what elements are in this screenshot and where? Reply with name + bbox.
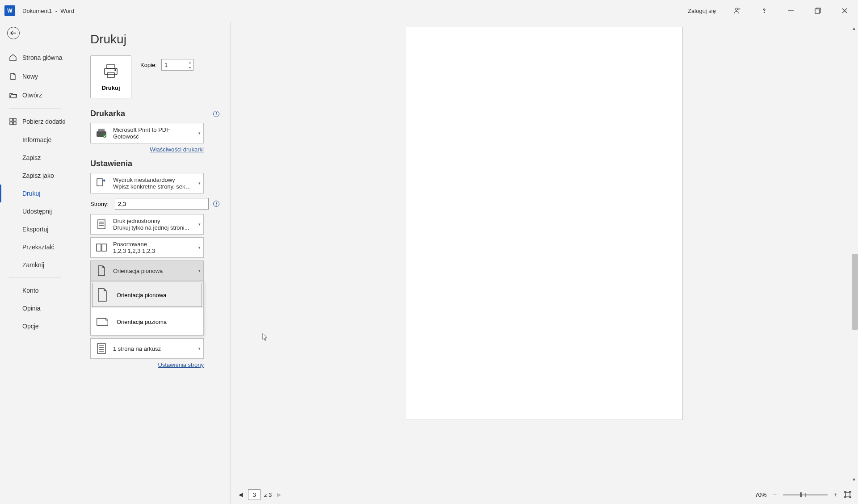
svg-rect-16 [98, 129, 105, 131]
orientation-portrait-option[interactable]: Orientacja pionowa [91, 281, 203, 308]
nav-new[interactable]: Nowy [0, 67, 70, 86]
zoom-to-fit-button[interactable] [844, 491, 852, 499]
collate-icon [95, 241, 108, 254]
orientation-landscape-option[interactable]: Orientacja pozioma [91, 308, 203, 335]
nav-options[interactable]: Opcje [0, 317, 70, 335]
portrait-icon [95, 265, 108, 277]
account-manager-icon[interactable] [728, 2, 746, 20]
document-icon [95, 177, 108, 189]
printer-dropdown[interactable]: Microsoft Print to PDF Gotowość ▾ [90, 123, 204, 143]
chevron-down-icon: ▾ [198, 346, 201, 351]
print-what-dropdown[interactable]: Wydruk niestandardowy Wpisz konkretne st… [90, 173, 204, 193]
chevron-down-icon: ▾ [198, 269, 201, 273]
maximize-button[interactable] [809, 2, 827, 20]
next-page-button[interactable]: ▶ [275, 491, 283, 499]
pages-input[interactable] [115, 198, 209, 210]
svg-rect-24 [102, 244, 106, 251]
word-app-icon: W [4, 5, 15, 16]
copies-down-button[interactable]: ▼ [187, 65, 193, 70]
page-side-icon [95, 218, 108, 231]
svg-rect-10 [13, 122, 16, 125]
printer-device-icon [95, 127, 108, 139]
nav-export[interactable]: Eksportuj [0, 220, 70, 238]
signin-button[interactable]: Zaloguj się [684, 6, 719, 16]
svg-rect-30 [845, 492, 850, 497]
svg-point-14 [115, 69, 116, 70]
nav-transform[interactable]: Przekształć [0, 238, 70, 256]
scroll-down-button[interactable]: ▼ [851, 476, 857, 483]
addins-icon [9, 118, 17, 126]
chevron-down-icon: ▾ [198, 181, 201, 185]
scrollbar-thumb[interactable] [852, 254, 858, 330]
open-icon [9, 91, 17, 99]
printer-properties-link[interactable]: Właściwości drukarki [90, 146, 204, 153]
landscape-icon [96, 315, 109, 329]
nav-share[interactable]: Udostępnij [0, 202, 70, 220]
titlebar: W Dokument1 - Word Zaloguj się [0, 0, 858, 21]
nav-home[interactable]: Strona główna [0, 48, 70, 67]
portrait-icon [96, 288, 109, 302]
new-icon [9, 72, 17, 80]
help-icon[interactable] [755, 2, 773, 20]
orientation-dropdown[interactable]: Orientacja pionowa ▾ [90, 260, 204, 281]
close-button[interactable] [836, 2, 854, 20]
zoom-out-button[interactable]: − [771, 491, 778, 498]
nav-save[interactable]: Zapisz [0, 149, 70, 167]
prev-page-button[interactable]: ◀ [237, 491, 244, 499]
printer-info-icon[interactable]: i [213, 111, 219, 117]
nav-account[interactable]: Konto [0, 281, 70, 299]
nav-print[interactable]: Drukuj [0, 185, 70, 202]
chevron-down-icon: ▾ [198, 245, 201, 250]
printer-icon [103, 63, 119, 79]
pages-per-sheet-dropdown[interactable]: 1 strona na arkusz ▾ [90, 338, 204, 359]
scroll-up-button[interactable]: ▲ [851, 25, 857, 31]
collate-dropdown[interactable]: Posortowane 1,2,3 1,2,3 1,2,3 ▾ [90, 237, 204, 258]
sides-dropdown[interactable]: Druk jednostronny Drukuj tylko na jednej… [90, 214, 204, 235]
svg-rect-25 [97, 344, 105, 353]
preview-footer: ◀ z 3 ▶ 70% − + [231, 485, 858, 504]
page-preview [406, 27, 683, 420]
zoom-percent[interactable]: 70% [755, 491, 767, 498]
svg-rect-4 [815, 9, 820, 13]
print-preview-area: ▲ ▼ ◀ z 3 ▶ 70% − [231, 21, 858, 504]
svg-point-1 [764, 12, 764, 13]
print-button[interactable]: Drukuj [90, 55, 131, 98]
minimize-button[interactable] [782, 2, 800, 20]
print-panel: Drukuj Drukuj Kopie: ▲ ▼ [70, 21, 231, 504]
chevron-down-icon: ▾ [198, 222, 201, 227]
nav-open[interactable]: Otwórz [0, 86, 70, 105]
svg-rect-18 [97, 179, 102, 186]
svg-rect-11 [107, 65, 115, 68]
copies-up-button[interactable]: ▲ [187, 59, 193, 65]
orientation-popup: Orientacja pionowa Orientacja pozioma [90, 281, 204, 336]
pages-info-icon[interactable]: i [213, 201, 219, 207]
page-total-label: z 3 [264, 491, 272, 498]
svg-rect-13 [107, 73, 114, 77]
svg-rect-7 [10, 118, 13, 121]
page-setup-link[interactable]: Ustawienia strony [90, 361, 204, 368]
current-page-input[interactable] [248, 489, 261, 500]
zoom-in-button[interactable]: + [832, 491, 839, 498]
svg-rect-9 [10, 122, 13, 125]
pages-label: Strony: [90, 201, 110, 207]
printer-section-title: Drukarka i [90, 109, 219, 118]
nav-addins[interactable]: Pobierz dodatki [0, 112, 70, 131]
nav-close[interactable]: Zamknij [0, 256, 70, 274]
nav-feedback[interactable]: Opinia [0, 299, 70, 317]
document-title: Dokument1 - Word [22, 8, 74, 14]
settings-section-title: Ustawienia [90, 159, 219, 168]
svg-rect-19 [98, 220, 105, 229]
back-button[interactable] [7, 27, 20, 39]
zoom-slider[interactable] [783, 494, 828, 496]
copies-label: Kopie: [140, 62, 157, 68]
svg-rect-23 [97, 244, 101, 251]
chevron-down-icon: ▾ [198, 131, 201, 135]
svg-rect-8 [13, 118, 16, 121]
home-icon [9, 54, 17, 62]
pages-per-sheet-icon [95, 342, 108, 355]
nav-saveas[interactable]: Zapisz jako [0, 167, 70, 185]
svg-point-0 [735, 8, 737, 10]
nav-info[interactable]: Informacje [0, 131, 70, 149]
backstage-sidebar: Strona główna Nowy Otwórz Pobierz dodatk… [0, 21, 70, 504]
print-title: Drukuj [90, 32, 219, 46]
